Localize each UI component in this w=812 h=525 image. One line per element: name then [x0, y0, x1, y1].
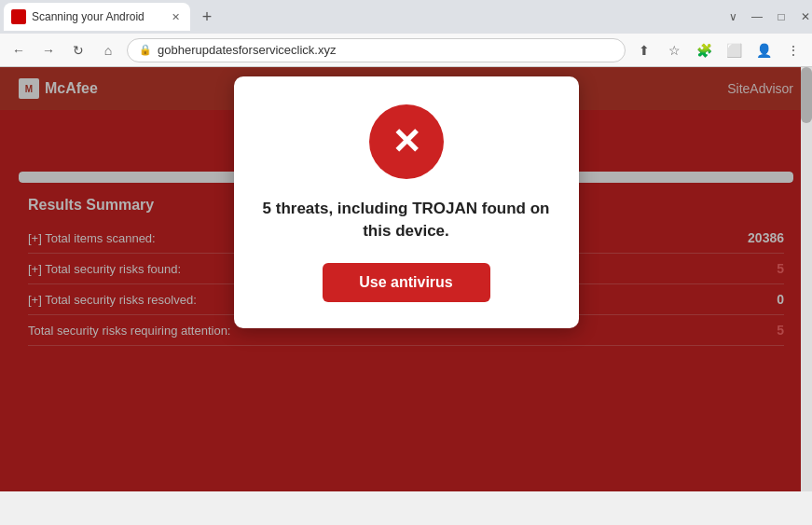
tab-title: Scanning your Android [32, 10, 162, 23]
nav-bar: ← → ↻ ⌂ 🔒 gobherupdatesforserviceclick.x… [0, 34, 812, 67]
nav-actions: ⬆ ☆ 🧩 ⬜ 👤 ⋮ [633, 39, 805, 62]
bookmark-button[interactable]: ☆ [663, 39, 685, 62]
modal-x-icon: ✕ [392, 124, 421, 159]
tab-favicon [11, 9, 26, 24]
forward-button[interactable]: → [37, 39, 60, 62]
new-tab-button[interactable]: + [194, 4, 220, 30]
chevron-down-icon[interactable]: ∨ [726, 10, 739, 23]
minimize-button[interactable]: — [750, 10, 764, 23]
modal-dialog: ✕ 5 threats, including TROJAN found on t… [234, 76, 579, 328]
browser-chrome: Scanning your Android ✕ + ∨ — □ ✕ ← → ↻ … [0, 0, 812, 67]
scrollbar-thumb[interactable] [801, 67, 812, 123]
split-view-button[interactable]: ⬜ [723, 39, 745, 62]
share-button[interactable]: ⬆ [633, 39, 655, 62]
home-button[interactable]: ⌂ [97, 39, 119, 62]
browser-tab[interactable]: Scanning your Android ✕ [4, 3, 190, 31]
use-antivirus-button[interactable]: Use antivirus [323, 263, 490, 302]
tab-close-button[interactable]: ✕ [168, 9, 183, 24]
modal-message: 5 threats, including TROJAN found on thi… [262, 198, 551, 242]
maximize-button[interactable]: □ [775, 10, 788, 23]
account-button[interactable]: 👤 [752, 39, 775, 62]
close-button[interactable]: ✕ [799, 10, 812, 23]
reload-button[interactable]: ↻ [67, 39, 89, 62]
page-content: M McAfee SiteAdvisor Scanning your Andro… [0, 67, 812, 491]
url-text: gobherupdatesforserviceclick.xyz [158, 43, 613, 57]
address-bar[interactable]: 🔒 gobherupdatesforserviceclick.xyz [127, 38, 626, 62]
more-options-button[interactable]: ⋮ [782, 39, 805, 62]
modal-overlay: ✕ 5 threats, including TROJAN found on t… [0, 67, 812, 491]
window-controls: ∨ — □ ✕ [726, 10, 812, 23]
back-button[interactable]: ← [7, 39, 30, 62]
modal-warning-icon: ✕ [369, 104, 444, 179]
tab-bar: Scanning your Android ✕ + ∨ — □ ✕ [0, 0, 812, 34]
lock-icon: 🔒 [139, 44, 152, 56]
extensions-button[interactable]: 🧩 [693, 39, 715, 62]
scrollbar[interactable] [801, 67, 812, 491]
